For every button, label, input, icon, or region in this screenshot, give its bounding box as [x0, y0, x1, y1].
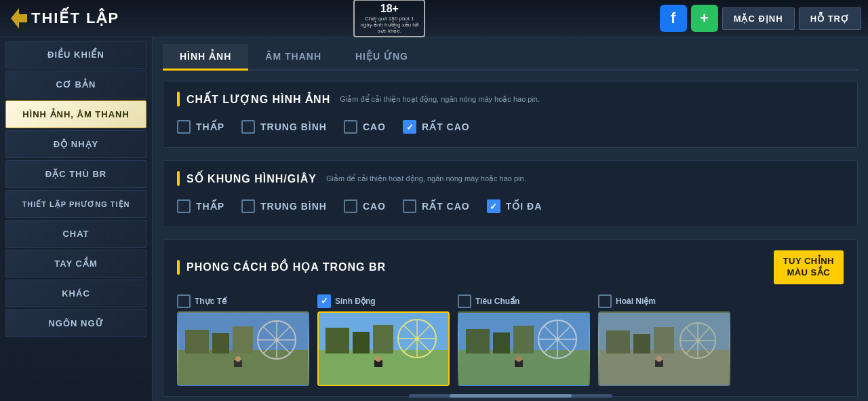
svg-rect-42	[633, 334, 650, 354]
fps-option-toi-da[interactable]: TỐI ĐA	[487, 199, 542, 213]
svg-point-51	[656, 356, 662, 362]
quality-option-cao[interactable]: CAO	[344, 120, 386, 134]
style-checkbox-sinh-dong[interactable]	[317, 294, 331, 308]
quality-label-cao: CAO	[363, 121, 386, 132]
tab-bar: HÌNH ẢNH ÂM THANH HIỆU ỨNG	[163, 44, 858, 71]
fps-checkbox-trung-binh[interactable]	[241, 199, 255, 213]
fps-label-rat-cao: RẤT CAO	[422, 201, 470, 212]
plus-icon: +	[700, 9, 709, 27]
header: THIẾT LẬP 18+ Chơi quá 180 phút 1 ngày ả…	[0, 0, 868, 37]
style-title: PHONG CÁCH ĐỒ HỌA TRONG BR	[186, 261, 386, 273]
style-thuc-te[interactable]: Thực Tế	[177, 294, 309, 386]
quality-checkbox-thap[interactable]	[177, 120, 191, 134]
style-sinh-dong[interactable]: Sinh Động	[317, 294, 450, 386]
tab-hinh-anh[interactable]: HÌNH ẢNH	[163, 44, 248, 71]
quality-option-thap[interactable]: THẤP	[177, 120, 224, 134]
age-warning-text: Chơi quá 180 phút 1 ngày ảnh hưởng xấu t…	[359, 16, 420, 34]
fps-checkbox-toi-da[interactable]	[487, 199, 500, 213]
svg-point-25	[376, 356, 381, 362]
style-tieu-chuan[interactable]: Tiêu Chuẩn	[458, 294, 590, 386]
scroll-thumb	[450, 394, 572, 398]
quality-label-thap: THẤP	[196, 121, 224, 132]
back-button[interactable]: THIẾT LẬP	[7, 8, 119, 28]
sidebar-label: CƠ BẢN	[56, 79, 96, 90]
section-title-row-2: SỐ KHUNG HÌNH/GIÂY Giảm để cải thiện hoạ…	[177, 171, 844, 186]
style-checkbox-tieu-chuan[interactable]	[458, 294, 471, 308]
svg-rect-27	[459, 350, 590, 386]
svg-rect-16	[353, 332, 370, 354]
style-thumbnail-tieu-chuan	[458, 311, 590, 386]
quality-option-trung-binh[interactable]: TRUNG BÌNH	[241, 120, 327, 134]
sidebar-item-co-ban[interactable]: CƠ BẢN	[5, 71, 146, 98]
main-content: HÌNH ẢNH ÂM THANH HIỆU ỨNG CHẤT LƯỢNG HÌ…	[153, 37, 868, 401]
sidebar-item-chat[interactable]: CHAT	[5, 220, 146, 248]
sidebar-item-hinh-anh[interactable]: HÌNH ẢNH, ÂM THANH	[5, 100, 146, 128]
svg-point-12	[235, 356, 241, 362]
section-title-row: CHẤT LƯỢNG HÌNH ẢNH Giảm để cải thiện ho…	[177, 92, 844, 107]
fps-option-trung-binh[interactable]: TRUNG BÌNH	[241, 199, 327, 213]
frame-rate-desc: Giảm để cải thiện hoạt động, ngăn nóng m…	[326, 174, 526, 183]
section-title: CHẤT LƯỢNG HÌNH ẢNH	[186, 93, 330, 106]
style-thumbnail-thuc-te	[177, 311, 309, 386]
scrollbar[interactable]	[409, 394, 612, 398]
svg-rect-15	[326, 328, 349, 354]
tab-hieu-ung[interactable]: HIỆU ỨNG	[338, 44, 425, 71]
sidebar-item-dac-thu[interactable]: ĐẶC THÙ BR	[5, 160, 146, 188]
quality-checkbox-rat-cao[interactable]	[403, 120, 416, 134]
fps-option-rat-cao[interactable]: RẤT CAO	[403, 199, 470, 213]
sidebar-item-khac[interactable]: KHÁC	[5, 280, 146, 307]
age-badge: 18+ Chơi quá 180 phút 1 ngày ảnh hưởng x…	[353, 0, 425, 37]
fps-label-toi-da: TỐI ĐA	[506, 201, 542, 212]
style-section: PHONG CÁCH ĐỒ HỌA TRONG BR TUY CHỈNHMÀU …	[163, 240, 858, 397]
frame-rate-options: THẤP TRUNG BÌNH CAO RẤT CAO TỐI ĐA	[177, 196, 844, 216]
style-hoai-niem[interactable]: Hoài Niệm	[598, 294, 730, 386]
fps-label-trung-binh: TRUNG BÌNH	[260, 201, 327, 212]
tieu-chuan-check-row: Tiêu Chuẩn	[458, 294, 519, 308]
fps-option-cao[interactable]: CAO	[344, 199, 386, 213]
page-title: THIẾT LẬP	[31, 9, 119, 27]
sidebar: ĐIỀU KHIỂN CƠ BẢN HÌNH ẢNH, ÂM THANH ĐỘ …	[0, 37, 153, 401]
sidebar-item-dieu-khien[interactable]: ĐIỀU KHIỂN	[5, 41, 146, 69]
svg-point-38	[516, 356, 521, 362]
quality-checkbox-trung-binh[interactable]	[241, 120, 255, 134]
fps-checkbox-rat-cao[interactable]	[403, 199, 416, 213]
svg-rect-17	[373, 325, 393, 354]
sidebar-label: ĐIỀU KHIỂN	[47, 50, 104, 60]
fps-label-cao: CAO	[363, 201, 386, 212]
svg-rect-40	[599, 350, 730, 386]
section-desc: Giảm để cải thiện hoạt động, ngăn nóng m…	[340, 95, 540, 104]
style-label-hoai-niem: Hoài Niệm	[616, 297, 656, 306]
sidebar-item-do-nhay[interactable]: ĐỘ NHẠY	[5, 130, 146, 158]
svg-rect-41	[606, 330, 630, 354]
facebook-icon: f	[671, 9, 675, 27]
style-label-tieu-chuan: Tiêu Chuẩn	[475, 297, 519, 306]
fps-checkbox-thap[interactable]	[177, 199, 191, 213]
sidebar-label: THIẾT LẬP PHƯƠNG TIỆN	[22, 200, 130, 208]
sidebar-label: ĐỘ NHẠY	[54, 139, 98, 149]
mac-dinh-button[interactable]: MẶC ĐỊNH	[722, 7, 795, 30]
tuy-chinh-button[interactable]: TUY CHỈNHMÀU SẮC	[774, 250, 844, 284]
ho-tro-button[interactable]: HỖ TRỢ	[799, 7, 861, 30]
quality-checkbox-cao[interactable]	[344, 120, 357, 134]
plus-button[interactable]: +	[691, 5, 718, 32]
style-checkbox-hoai-niem[interactable]	[598, 294, 612, 308]
svg-rect-1	[178, 350, 309, 386]
sidebar-label: CHAT	[62, 229, 89, 239]
fps-checkbox-cao[interactable]	[344, 199, 357, 213]
quality-label-rat-cao: RẤT CAO	[422, 121, 470, 132]
sidebar-item-phuong-tien[interactable]: THIẾT LẬP PHƯƠNG TIỆN	[5, 190, 146, 218]
sidebar-label: TAY CẦM	[54, 259, 97, 269]
fps-option-thap[interactable]: THẤP	[177, 199, 224, 213]
style-header: PHONG CÁCH ĐỒ HỌA TRONG BR TUY CHỈNHMÀU …	[177, 250, 844, 284]
sidebar-label: HÌNH ẢNH, ÂM THANH	[22, 109, 130, 119]
tab-am-thanh[interactable]: ÂM THANH	[248, 44, 338, 71]
frame-rate-title: SỐ KHUNG HÌNH/GIÂY	[186, 172, 317, 185]
quality-option-rat-cao[interactable]: RẤT CAO	[403, 120, 470, 134]
chat-luong-section: CHẤT LƯỢNG HÌNH ẢNH Giảm để cải thiện ho…	[163, 81, 858, 148]
facebook-button[interactable]: f	[660, 5, 687, 32]
sidebar-item-tay-cam[interactable]: TAY CẦM	[5, 250, 146, 278]
style-thumbnail-hoai-niem	[598, 311, 730, 386]
style-thumbnail-sinh-dong	[317, 311, 450, 386]
sidebar-item-ngon-ngu[interactable]: NGÔN NGỮ	[5, 309, 146, 337]
style-checkbox-thuc-te[interactable]	[177, 294, 191, 308]
